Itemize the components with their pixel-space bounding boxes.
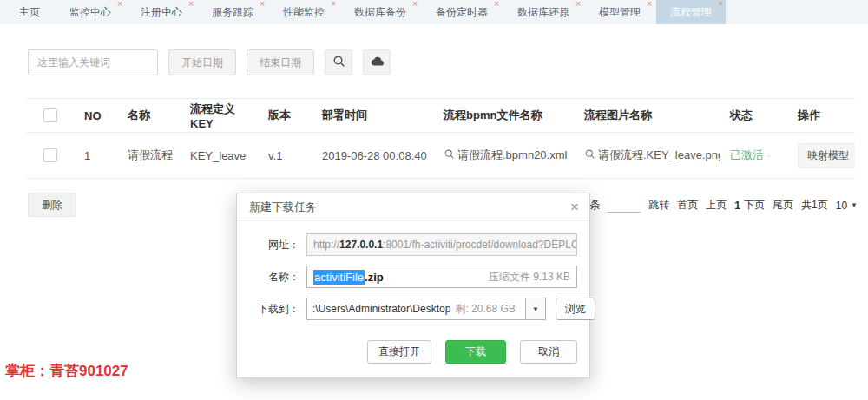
cell-no: 1: [74, 133, 117, 179]
prev-page-button[interactable]: 上页: [706, 198, 727, 213]
first-page-button[interactable]: 首页: [677, 198, 698, 213]
url-host: 127.0.0.1: [339, 239, 383, 251]
tab-服务跟踪[interactable]: 服务跟踪×: [198, 0, 267, 24]
last-page-button[interactable]: 尾页: [773, 198, 793, 213]
table-row: 1 请假流程 KEY_leave v.1 2019-06-28 00:08:40…: [26, 133, 855, 179]
tab-close-icon[interactable]: ×: [647, 0, 652, 9]
cell-version: v.1: [258, 133, 312, 179]
tab-label: 数据库还原: [517, 5, 569, 20]
dialog-buttons: 直接打开 下载 取消: [237, 333, 589, 377]
search-icon: [332, 55, 345, 71]
tab-label: 模型管理: [599, 5, 641, 20]
pagination: 共1条 跳转 首页 上页 1 下页 尾页 共1页 10 ▼: [574, 198, 858, 213]
magnifier-icon[interactable]: [584, 148, 595, 162]
jump-page-input[interactable]: [608, 199, 641, 213]
current-page: 1: [734, 200, 740, 212]
tab-label: 注册中心: [141, 5, 182, 20]
image-file-link[interactable]: 请假流程.KEY_leave.png: [598, 148, 720, 163]
jump-button[interactable]: 跳转: [648, 198, 669, 213]
tab-label: 监控中心: [69, 5, 111, 20]
tab-close-icon[interactable]: ×: [494, 0, 499, 9]
cell-deploy-time: 2019-06-28 00:08:40: [312, 133, 433, 179]
cell-operations: 映射模型 ×: [787, 133, 855, 179]
select-all-checkbox[interactable]: [43, 108, 57, 122]
table-header-row: NO名称流程定义KEY版本部署时间流程bpmn文件名称流程图片名称状态操作: [26, 99, 855, 133]
destination-dropdown-button[interactable]: ▼: [525, 298, 546, 320]
search-button[interactable]: [325, 49, 352, 75]
filename-field[interactable]: activitiFile.zip 压缩文件 9.13 KB: [306, 266, 577, 288]
cell-status: 已激活·: [720, 133, 787, 179]
cell-image-file: 请假流程.KEY_leave.png: [574, 133, 720, 179]
export-button[interactable]: [363, 49, 391, 75]
start-date-input[interactable]: 开始日期: [168, 49, 236, 75]
browse-button[interactable]: 浏览: [556, 298, 595, 320]
end-date-input[interactable]: 结束日期: [247, 49, 314, 75]
dialog-title: 新建下载任务: [249, 200, 317, 213]
tab-备份定时器[interactable]: 备份定时器×: [422, 0, 502, 24]
tab-close-icon[interactable]: ×: [117, 0, 122, 9]
url-prefix: http://: [313, 239, 339, 251]
page-size-select[interactable]: 10 ▼: [836, 200, 858, 212]
cell-name: 请假流程: [117, 133, 180, 179]
tab-close-icon[interactable]: ×: [260, 0, 265, 9]
magnifier-icon[interactable]: [444, 148, 455, 162]
search-toolbar: 开始日期 结束日期: [28, 49, 391, 75]
column-header: 版本: [258, 99, 312, 133]
tab-注册中心[interactable]: 注册中心×: [127, 0, 196, 24]
tab-close-icon[interactable]: ×: [412, 0, 418, 9]
status-badge: 已激活: [730, 148, 764, 161]
page-size-value: 10: [836, 200, 847, 212]
bpmn-file-link[interactable]: 请假流程.bpmn20.xml: [457, 148, 567, 163]
tab-label: 备份定时器: [436, 5, 488, 20]
column-header: 流程定义KEY: [180, 99, 258, 133]
cell-key: KEY_leave: [180, 133, 258, 179]
cancel-button[interactable]: 取消: [520, 340, 577, 364]
destination-field[interactable]: :\Users\Administrator\Desktop 剩: 20.68 G…: [306, 298, 525, 320]
watermark-text: 掌柜：青苔901027: [5, 361, 128, 381]
tab-流程管理[interactable]: 流程管理×: [656, 0, 726, 24]
column-header: NO: [74, 99, 117, 133]
dialog-close-icon[interactable]: ×: [570, 193, 579, 221]
file-size-info: 压缩文件 9.13 KB: [489, 270, 570, 285]
open-directly-button[interactable]: 直接打开: [367, 340, 431, 364]
chevron-down-icon: ▼: [851, 201, 858, 209]
tab-close-icon[interactable]: ×: [575, 0, 581, 9]
header-checkbox-cell: [26, 99, 74, 133]
url-field[interactable]: http://127.0.0.1:8001/fh-activiti/procde…: [306, 233, 577, 256]
tab-数据库还原[interactable]: 数据库还原×: [503, 0, 583, 24]
tab-label: 服务跟踪: [212, 5, 253, 20]
tab-label: 性能监控: [283, 5, 325, 20]
url-rest: :8001/fh-activiti/procdef/download?DEPLO…: [383, 239, 577, 251]
tab-监控中心[interactable]: 监控中心×: [56, 0, 125, 24]
filename-extension: .zip: [365, 271, 384, 284]
tab-close-icon[interactable]: ×: [718, 0, 723, 9]
map-model-button[interactable]: 映射模型: [798, 143, 855, 168]
destination-path: :\Users\Administrator\Desktop: [312, 303, 450, 315]
tab-性能监控[interactable]: 性能监控×: [269, 0, 339, 24]
filename-value: activitiFile.zip: [313, 271, 384, 284]
download-button[interactable]: 下载: [445, 340, 506, 364]
tab-label: 流程管理: [670, 5, 712, 20]
row-checkbox[interactable]: [43, 148, 57, 162]
tab-主页[interactable]: 主页: [5, 0, 54, 24]
process-table: NO名称流程定义KEY版本部署时间流程bpmn文件名称流程图片名称状态操作 1 …: [26, 98, 855, 179]
column-header: 状态: [720, 99, 787, 133]
column-header: 部署时间: [312, 99, 433, 133]
tab-bar: 主页监控中心×注册中心×服务跟踪×性能监控×数据库备份×备份定时器×数据库还原×…: [0, 0, 868, 24]
filename-label: 名称：: [249, 270, 299, 285]
url-label: 网址：: [249, 238, 299, 252]
tab-数据库备份[interactable]: 数据库备份×: [340, 0, 420, 24]
delete-button[interactable]: 删除: [28, 193, 76, 217]
tab-close-icon[interactable]: ×: [188, 0, 194, 9]
chevron-down-icon: ▼: [532, 305, 539, 313]
page-total: 共1页: [801, 198, 828, 213]
process-management-page: 主页监控中心×注册中心×服务跟踪×性能监控×数据库备份×备份定时器×数据库还原×…: [0, 0, 868, 400]
next-page-button[interactable]: 下页: [744, 198, 765, 213]
selected-text: activitiFile: [313, 270, 365, 285]
tab-close-icon[interactable]: ×: [331, 0, 336, 9]
keyword-input[interactable]: [28, 49, 158, 75]
dialog-body: 网址： http://127.0.0.1:8001/fh-activiti/pr…: [237, 221, 589, 333]
dialog-header: 新建下载任务 ×: [237, 193, 589, 221]
tab-模型管理[interactable]: 模型管理×: [585, 0, 654, 24]
download-dialog: 新建下载任务 × 网址： http://127.0.0.1:8001/fh-ac…: [236, 193, 590, 378]
